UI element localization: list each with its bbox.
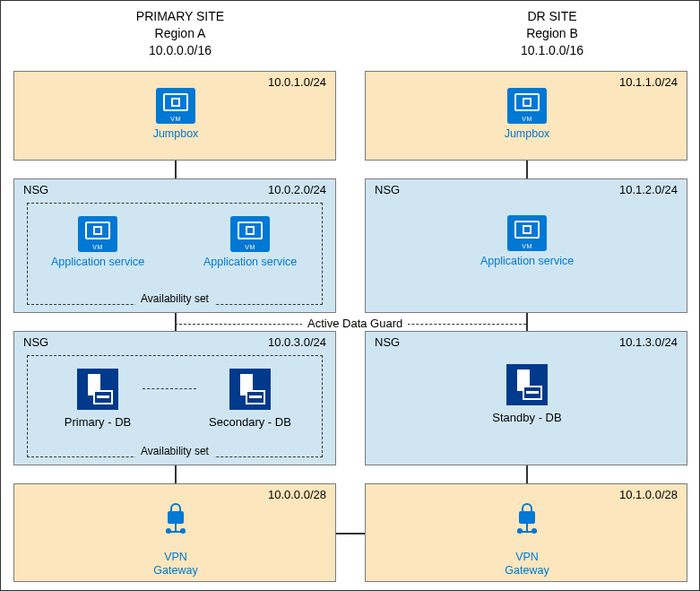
vm-icon: VM (78, 216, 117, 252)
jumpbox-label: Jumpbox (122, 127, 229, 141)
app-service-node: VM Application service (473, 215, 581, 268)
connector-line (526, 465, 528, 483)
vm-icon: VM (230, 216, 270, 252)
connector-line (336, 533, 365, 535)
cidr-label: 10.1.0.0/28 (619, 488, 678, 501)
primary-db-label: Primary - DB (44, 415, 151, 429)
vpn-gateway-icon (160, 511, 191, 547)
app-service-label: Application service (473, 255, 581, 268)
cidr-label: 10.1.3.0/24 (619, 335, 678, 349)
availability-set-label: Availability set (135, 445, 214, 457)
app-service-node-1: VM Application service (44, 216, 151, 269)
vpn-gateway-node: VPN Gateway (473, 502, 581, 578)
vpn-gateway-node: VPN Gateway (122, 502, 229, 578)
standby-db-node: Standby - DB (473, 364, 581, 424)
nsg-label: NSG (23, 183, 48, 196)
cidr-label: 10.0.2.0/24 (268, 183, 326, 196)
app-service-label: Application service (196, 256, 304, 269)
nsg-label: NSG (375, 335, 400, 349)
primary-title: PRIMARY SITE (10, 8, 350, 25)
server-icon (77, 369, 118, 410)
dr-cidr: 10.1.0.0/16 (382, 42, 700, 59)
app-service-label: Application service (44, 256, 151, 269)
availability-set: Availability set Primary - DB Secondary … (27, 355, 323, 457)
dr-site-header: DR SITE Region B 10.1.0.0/16 (382, 8, 700, 59)
vpn-label-2: Gateway (473, 564, 581, 578)
primary-region: Region A (10, 25, 350, 42)
dr-app-subnet: NSG 10.1.2.0/24 VM Application service (365, 178, 687, 313)
connector-line (175, 161, 177, 178)
dr-title: DR SITE (382, 8, 700, 25)
cidr-label: 10.1.1.0/24 (619, 75, 678, 89)
availability-set-label: Availability set (135, 292, 214, 305)
standby-db-label: Standby - DB (473, 411, 581, 424)
primary-app-subnet: NSG 10.0.2.0/24 Availability set VM Appl… (13, 178, 336, 313)
primary-db-subnet: NSG 10.0.3.0/24 Availability set Primary… (13, 331, 336, 465)
vpn-label-1: VPN (122, 551, 229, 564)
vpn-label-2: Gateway (122, 564, 229, 578)
vpn-label-1: VPN (473, 551, 581, 564)
vm-icon: VM (507, 88, 547, 124)
primary-jumpbox-subnet: 10.0.1.0/24 VM Jumpbox (13, 71, 336, 161)
jumpbox-node: VM Jumpbox (473, 88, 581, 141)
server-icon (229, 369, 271, 410)
connector-line (526, 324, 527, 331)
dr-jumpbox-subnet: 10.1.1.0/24 VM Jumpbox (365, 71, 687, 161)
jumpbox-node: VM Jumpbox (122, 88, 229, 141)
primary-db-node: Primary - DB (44, 369, 151, 429)
secondary-db-node: Secondary - DB (196, 369, 304, 429)
nsg-label: NSG (375, 183, 400, 196)
primary-gateway-subnet: 10.0.0.0/28 VPN Gateway (13, 483, 336, 582)
primary-site-header: PRIMARY SITE Region A 10.0.0.0/16 (10, 8, 350, 59)
secondary-db-label: Secondary - DB (196, 415, 304, 429)
app-service-node-2: VM Application service (196, 216, 304, 269)
active-data-guard-label: Active Data Guard (302, 317, 408, 330)
nsg-label: NSG (23, 335, 48, 349)
cidr-label: 10.0.1.0/24 (268, 75, 326, 89)
cidr-label: 10.0.0.0/28 (268, 488, 326, 501)
dr-db-subnet: NSG 10.1.3.0/24 Standby - DB (365, 331, 687, 465)
dr-gateway-subnet: 10.1.0.0/28 VPN Gateway (365, 483, 687, 582)
connector-line (175, 465, 177, 483)
availability-set: Availability set VM Application service … (27, 203, 323, 305)
jumpbox-label: Jumpbox (473, 127, 581, 141)
cidr-label: 10.1.2.0/24 (619, 183, 678, 196)
connector-line (175, 313, 176, 324)
vm-icon: VM (156, 88, 195, 124)
connector-line (143, 388, 196, 389)
vm-icon: VM (507, 215, 547, 251)
dr-region: Region B (382, 25, 700, 42)
primary-cidr: 10.0.0.0/16 (10, 42, 350, 59)
cidr-label: 10.0.3.0/24 (268, 335, 326, 349)
connector-line (526, 161, 528, 178)
server-icon (506, 364, 548, 405)
vpn-gateway-icon (512, 511, 542, 547)
